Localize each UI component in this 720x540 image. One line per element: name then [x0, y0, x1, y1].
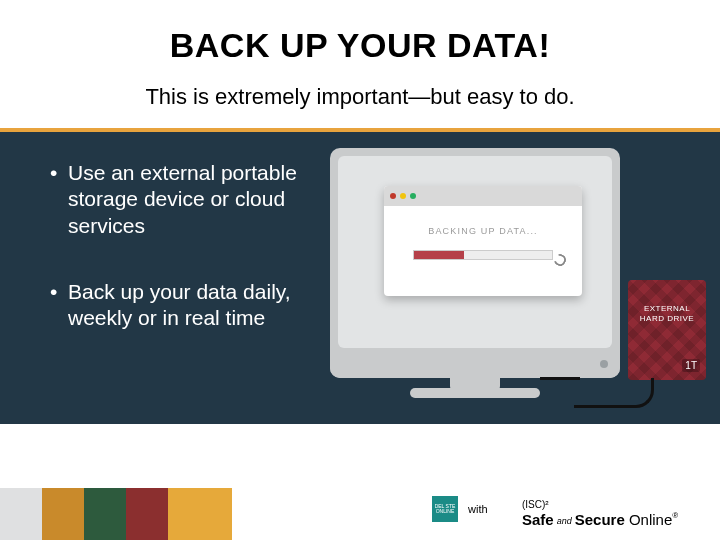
window-dot-yellow-icon — [400, 193, 406, 199]
power-led-icon — [600, 360, 608, 368]
drive-capacity: 1T — [682, 359, 700, 372]
stripe — [168, 488, 232, 540]
footer-stripes — [0, 488, 232, 540]
stripe — [42, 488, 84, 540]
isc2-text: (ISC)² — [522, 499, 549, 510]
badge-icon: DEL STE ONLINE — [432, 496, 458, 522]
slide: BACK UP YOUR DATA! This is extremely imp… — [0, 0, 720, 540]
list-item: Use an external portable storage device … — [50, 160, 310, 239]
monitor-screen: BACKING UP DATA... — [338, 156, 612, 348]
monitor-illustration: BACKING UP DATA... — [330, 148, 630, 408]
brand-part: Safe — [522, 511, 554, 528]
backup-dialog: BACKING UP DATA... — [384, 186, 582, 296]
drive-cable — [574, 378, 654, 408]
slide-subtitle: This is extremely important—but easy to … — [0, 84, 720, 110]
drive-label: EXTERNAL HARD DRIVE — [628, 304, 706, 323]
bullet-list: Use an external portable storage device … — [50, 160, 310, 371]
footer-mark: DEL STE ONLINE with — [432, 496, 488, 522]
progress-fill — [414, 251, 464, 259]
refresh-icon — [552, 252, 568, 268]
brand-text: SafeandSecure Online® — [522, 511, 678, 528]
brand-part: Online — [629, 511, 672, 528]
window-dot-green-icon — [410, 193, 416, 199]
trademark-icon: ® — [672, 511, 678, 520]
with-text: with — [468, 503, 488, 515]
drive-label-line2: HARD DRIVE — [640, 314, 694, 323]
brand-part: Secure — [575, 511, 625, 528]
stripe — [126, 488, 168, 540]
monitor-body: BACKING UP DATA... — [330, 148, 620, 378]
stripe — [0, 488, 42, 540]
dialog-titlebar — [384, 186, 582, 206]
badge-text: DEL STE ONLINE — [432, 504, 458, 515]
drive-cable — [540, 372, 580, 380]
drive-label-line1: EXTERNAL — [644, 304, 690, 313]
dialog-text: BACKING UP DATA... — [384, 226, 582, 236]
stripe — [84, 488, 126, 540]
slide-title: BACK UP YOUR DATA! — [0, 26, 720, 65]
monitor-base — [410, 388, 540, 398]
brand-part: and — [554, 516, 575, 526]
footer: DEL STE ONLINE with (ISC)² SafeandSecure… — [0, 468, 720, 540]
external-drive-illustration: EXTERNAL HARD DRIVE 1T — [628, 280, 706, 380]
list-item: Back up your data daily, weekly or in re… — [50, 279, 310, 332]
window-dot-red-icon — [390, 193, 396, 199]
progress-bar — [413, 250, 553, 260]
